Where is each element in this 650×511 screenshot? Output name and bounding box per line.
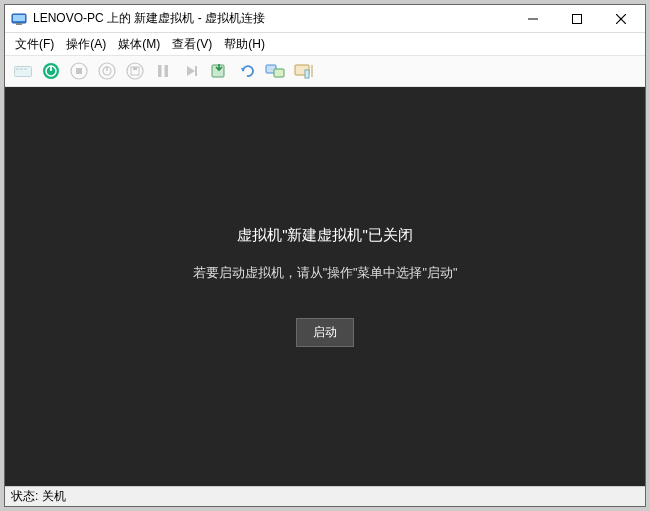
svg-rect-25 <box>195 66 197 76</box>
svg-rect-26 <box>212 65 224 77</box>
svg-rect-10 <box>24 68 27 70</box>
enhanced-session-button[interactable] <box>263 59 287 83</box>
window-title: LENOVO-PC 上的 新建虚拟机 - 虚拟机连接 <box>33 10 511 27</box>
revert-button[interactable] <box>235 59 259 83</box>
vm-status-message: 若要启动虚拟机，请从"操作"菜单中选择"启动" <box>193 265 458 282</box>
reset-button[interactable] <box>179 59 203 83</box>
window-frame: LENOVO-PC 上的 新建虚拟机 - 虚拟机连接 文件(F) 操作(A) 媒… <box>4 4 646 507</box>
menu-file[interactable]: 文件(F) <box>15 36 54 53</box>
svg-marker-27 <box>241 68 245 72</box>
svg-rect-1 <box>13 15 25 21</box>
turnoff-button[interactable] <box>67 59 91 83</box>
status-text: 状态: 关机 <box>11 488 66 505</box>
start-vm-button[interactable]: 启动 <box>296 318 354 347</box>
save-button[interactable] <box>123 59 147 83</box>
window-controls <box>511 6 643 32</box>
start-button[interactable] <box>39 59 63 83</box>
svg-rect-15 <box>76 68 82 74</box>
ctrl-alt-del-button[interactable] <box>11 59 35 83</box>
svg-rect-23 <box>165 65 169 77</box>
minimize-button[interactable] <box>511 6 555 32</box>
statusbar: 状态: 关机 <box>5 486 645 506</box>
svg-rect-9 <box>20 68 23 70</box>
svg-point-19 <box>127 63 143 79</box>
share-button[interactable] <box>291 59 315 83</box>
svg-rect-31 <box>305 70 309 78</box>
svg-rect-21 <box>133 67 137 70</box>
svg-rect-4 <box>573 14 582 23</box>
pause-button[interactable] <box>151 59 175 83</box>
close-button[interactable] <box>599 6 643 32</box>
menu-media[interactable]: 媒体(M) <box>118 36 160 53</box>
svg-rect-29 <box>274 69 284 77</box>
shutdown-button[interactable] <box>95 59 119 83</box>
menu-view[interactable]: 查看(V) <box>172 36 212 53</box>
menu-action[interactable]: 操作(A) <box>66 36 106 53</box>
titlebar: LENOVO-PC 上的 新建虚拟机 - 虚拟机连接 <box>5 5 645 33</box>
app-icon <box>11 11 27 27</box>
svg-rect-22 <box>158 65 162 77</box>
svg-rect-8 <box>16 68 19 70</box>
vm-status-heading: 虚拟机"新建虚拟机"已关闭 <box>237 226 413 245</box>
toolbar <box>5 55 645 87</box>
menubar: 文件(F) 操作(A) 媒体(M) 查看(V) 帮助(H) <box>5 33 645 55</box>
vm-viewport: 虚拟机"新建虚拟机"已关闭 若要启动虚拟机，请从"操作"菜单中选择"启动" 启动 <box>5 87 645 486</box>
svg-rect-2 <box>16 23 22 25</box>
checkpoint-button[interactable] <box>207 59 231 83</box>
svg-marker-24 <box>187 66 195 76</box>
maximize-button[interactable] <box>555 6 599 32</box>
menu-help[interactable]: 帮助(H) <box>224 36 265 53</box>
